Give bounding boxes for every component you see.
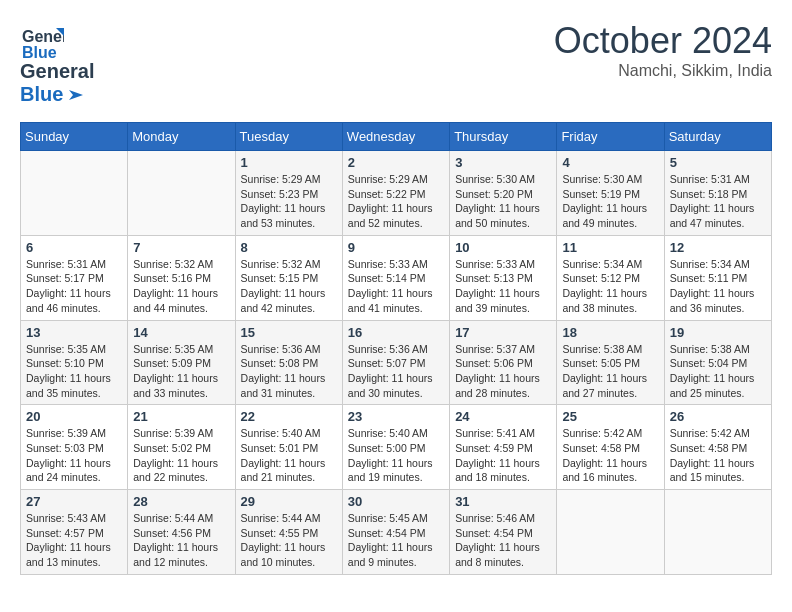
day-info: Sunrise: 5:29 AM Sunset: 5:23 PM Dayligh… bbox=[241, 172, 337, 231]
day-number: 31 bbox=[455, 494, 551, 509]
day-info: Sunrise: 5:44 AM Sunset: 4:56 PM Dayligh… bbox=[133, 511, 229, 570]
calendar-cell: 27Sunrise: 5:43 AM Sunset: 4:57 PM Dayli… bbox=[21, 490, 128, 575]
weekday-header: Monday bbox=[128, 123, 235, 151]
day-info: Sunrise: 5:36 AM Sunset: 5:08 PM Dayligh… bbox=[241, 342, 337, 401]
calendar-cell: 1Sunrise: 5:29 AM Sunset: 5:23 PM Daylig… bbox=[235, 151, 342, 236]
calendar-cell bbox=[557, 490, 664, 575]
month-title: October 2024 bbox=[554, 20, 772, 62]
day-info: Sunrise: 5:29 AM Sunset: 5:22 PM Dayligh… bbox=[348, 172, 444, 231]
day-number: 20 bbox=[26, 409, 122, 424]
calendar-week-row: 13Sunrise: 5:35 AM Sunset: 5:10 PM Dayli… bbox=[21, 320, 772, 405]
day-number: 1 bbox=[241, 155, 337, 170]
calendar-cell: 9Sunrise: 5:33 AM Sunset: 5:14 PM Daylig… bbox=[342, 235, 449, 320]
calendar-cell: 14Sunrise: 5:35 AM Sunset: 5:09 PM Dayli… bbox=[128, 320, 235, 405]
day-number: 22 bbox=[241, 409, 337, 424]
day-number: 14 bbox=[133, 325, 229, 340]
weekday-header: Saturday bbox=[664, 123, 771, 151]
day-info: Sunrise: 5:33 AM Sunset: 5:13 PM Dayligh… bbox=[455, 257, 551, 316]
title-block: October 2024 Namchi, Sikkim, India bbox=[554, 20, 772, 80]
calendar-cell: 17Sunrise: 5:37 AM Sunset: 5:06 PM Dayli… bbox=[450, 320, 557, 405]
day-number: 13 bbox=[26, 325, 122, 340]
calendar-cell: 25Sunrise: 5:42 AM Sunset: 4:58 PM Dayli… bbox=[557, 405, 664, 490]
location: Namchi, Sikkim, India bbox=[554, 62, 772, 80]
calendar-cell: 13Sunrise: 5:35 AM Sunset: 5:10 PM Dayli… bbox=[21, 320, 128, 405]
day-number: 15 bbox=[241, 325, 337, 340]
day-number: 3 bbox=[455, 155, 551, 170]
day-info: Sunrise: 5:43 AM Sunset: 4:57 PM Dayligh… bbox=[26, 511, 122, 570]
day-number: 9 bbox=[348, 240, 444, 255]
day-number: 25 bbox=[562, 409, 658, 424]
weekday-header: Wednesday bbox=[342, 123, 449, 151]
calendar-cell: 3Sunrise: 5:30 AM Sunset: 5:20 PM Daylig… bbox=[450, 151, 557, 236]
calendar-cell: 5Sunrise: 5:31 AM Sunset: 5:18 PM Daylig… bbox=[664, 151, 771, 236]
logo-blue: Blue bbox=[20, 83, 83, 106]
svg-text:Blue: Blue bbox=[22, 44, 57, 61]
day-info: Sunrise: 5:39 AM Sunset: 5:02 PM Dayligh… bbox=[133, 426, 229, 485]
day-number: 21 bbox=[133, 409, 229, 424]
calendar-cell: 7Sunrise: 5:32 AM Sunset: 5:16 PM Daylig… bbox=[128, 235, 235, 320]
day-info: Sunrise: 5:31 AM Sunset: 5:17 PM Dayligh… bbox=[26, 257, 122, 316]
calendar-cell: 26Sunrise: 5:42 AM Sunset: 4:58 PM Dayli… bbox=[664, 405, 771, 490]
weekday-header: Sunday bbox=[21, 123, 128, 151]
calendar-week-row: 27Sunrise: 5:43 AM Sunset: 4:57 PM Dayli… bbox=[21, 490, 772, 575]
day-number: 8 bbox=[241, 240, 337, 255]
day-info: Sunrise: 5:45 AM Sunset: 4:54 PM Dayligh… bbox=[348, 511, 444, 570]
calendar-cell: 22Sunrise: 5:40 AM Sunset: 5:01 PM Dayli… bbox=[235, 405, 342, 490]
calendar-cell: 28Sunrise: 5:44 AM Sunset: 4:56 PM Dayli… bbox=[128, 490, 235, 575]
calendar-cell: 16Sunrise: 5:36 AM Sunset: 5:07 PM Dayli… bbox=[342, 320, 449, 405]
day-info: Sunrise: 5:31 AM Sunset: 5:18 PM Dayligh… bbox=[670, 172, 766, 231]
page-header: General Blue General Blue October 2024 N… bbox=[20, 20, 772, 106]
svg-marker-3 bbox=[69, 90, 83, 100]
calendar-cell bbox=[664, 490, 771, 575]
weekday-header: Friday bbox=[557, 123, 664, 151]
day-number: 18 bbox=[562, 325, 658, 340]
day-number: 2 bbox=[348, 155, 444, 170]
day-info: Sunrise: 5:42 AM Sunset: 4:58 PM Dayligh… bbox=[562, 426, 658, 485]
day-info: Sunrise: 5:32 AM Sunset: 5:15 PM Dayligh… bbox=[241, 257, 337, 316]
calendar-cell: 20Sunrise: 5:39 AM Sunset: 5:03 PM Dayli… bbox=[21, 405, 128, 490]
day-info: Sunrise: 5:38 AM Sunset: 5:04 PM Dayligh… bbox=[670, 342, 766, 401]
day-number: 30 bbox=[348, 494, 444, 509]
calendar-cell: 31Sunrise: 5:46 AM Sunset: 4:54 PM Dayli… bbox=[450, 490, 557, 575]
day-info: Sunrise: 5:42 AM Sunset: 4:58 PM Dayligh… bbox=[670, 426, 766, 485]
logo: General Blue General Blue bbox=[20, 20, 94, 106]
logo-arrow-icon bbox=[65, 86, 83, 104]
calendar-cell bbox=[128, 151, 235, 236]
calendar-week-row: 20Sunrise: 5:39 AM Sunset: 5:03 PM Dayli… bbox=[21, 405, 772, 490]
day-info: Sunrise: 5:33 AM Sunset: 5:14 PM Dayligh… bbox=[348, 257, 444, 316]
day-number: 5 bbox=[670, 155, 766, 170]
day-info: Sunrise: 5:35 AM Sunset: 5:10 PM Dayligh… bbox=[26, 342, 122, 401]
calendar-cell: 30Sunrise: 5:45 AM Sunset: 4:54 PM Dayli… bbox=[342, 490, 449, 575]
day-info: Sunrise: 5:32 AM Sunset: 5:16 PM Dayligh… bbox=[133, 257, 229, 316]
calendar-cell: 11Sunrise: 5:34 AM Sunset: 5:12 PM Dayli… bbox=[557, 235, 664, 320]
calendar-week-row: 6Sunrise: 5:31 AM Sunset: 5:17 PM Daylig… bbox=[21, 235, 772, 320]
calendar-cell: 6Sunrise: 5:31 AM Sunset: 5:17 PM Daylig… bbox=[21, 235, 128, 320]
calendar-cell: 24Sunrise: 5:41 AM Sunset: 4:59 PM Dayli… bbox=[450, 405, 557, 490]
day-info: Sunrise: 5:30 AM Sunset: 5:20 PM Dayligh… bbox=[455, 172, 551, 231]
logo-icon: General Blue bbox=[20, 20, 64, 64]
day-number: 12 bbox=[670, 240, 766, 255]
day-info: Sunrise: 5:35 AM Sunset: 5:09 PM Dayligh… bbox=[133, 342, 229, 401]
weekday-header: Thursday bbox=[450, 123, 557, 151]
calendar-cell: 15Sunrise: 5:36 AM Sunset: 5:08 PM Dayli… bbox=[235, 320, 342, 405]
calendar-cell bbox=[21, 151, 128, 236]
day-number: 28 bbox=[133, 494, 229, 509]
calendar-cell: 12Sunrise: 5:34 AM Sunset: 5:11 PM Dayli… bbox=[664, 235, 771, 320]
day-number: 4 bbox=[562, 155, 658, 170]
calendar-cell: 10Sunrise: 5:33 AM Sunset: 5:13 PM Dayli… bbox=[450, 235, 557, 320]
day-number: 26 bbox=[670, 409, 766, 424]
day-number: 27 bbox=[26, 494, 122, 509]
day-info: Sunrise: 5:44 AM Sunset: 4:55 PM Dayligh… bbox=[241, 511, 337, 570]
day-number: 24 bbox=[455, 409, 551, 424]
day-number: 10 bbox=[455, 240, 551, 255]
day-number: 17 bbox=[455, 325, 551, 340]
day-info: Sunrise: 5:40 AM Sunset: 5:00 PM Dayligh… bbox=[348, 426, 444, 485]
day-info: Sunrise: 5:34 AM Sunset: 5:11 PM Dayligh… bbox=[670, 257, 766, 316]
day-number: 23 bbox=[348, 409, 444, 424]
day-number: 6 bbox=[26, 240, 122, 255]
weekday-header: Tuesday bbox=[235, 123, 342, 151]
day-info: Sunrise: 5:38 AM Sunset: 5:05 PM Dayligh… bbox=[562, 342, 658, 401]
calendar-table: SundayMondayTuesdayWednesdayThursdayFrid… bbox=[20, 122, 772, 575]
day-number: 16 bbox=[348, 325, 444, 340]
day-info: Sunrise: 5:34 AM Sunset: 5:12 PM Dayligh… bbox=[562, 257, 658, 316]
